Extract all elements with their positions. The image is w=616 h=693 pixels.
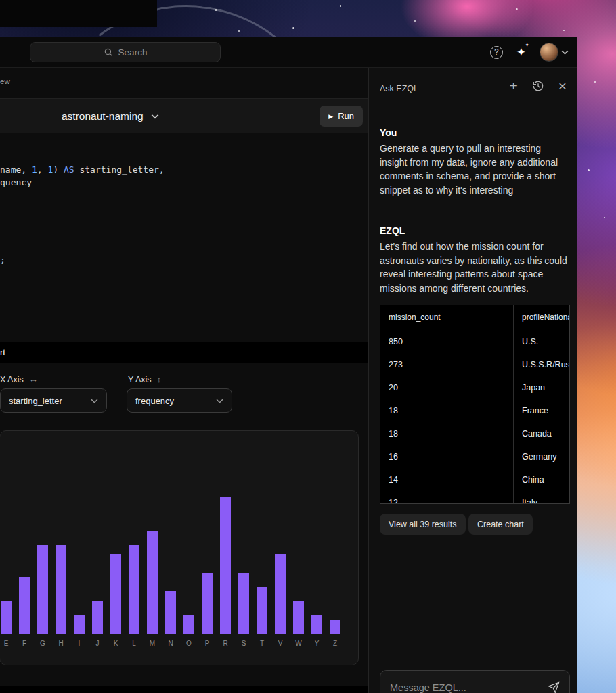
vertical-arrows-icon: ↕ — [157, 374, 162, 384]
chart-x-label: T — [257, 640, 267, 647]
chart-bar — [257, 587, 267, 634]
navbar-actions: ? ✦ ✦ — [490, 37, 569, 68]
help-button[interactable]: ? — [490, 46, 503, 59]
sql-editor[interactable]: name, 1, 1) AS starting_letter,quency ; — [0, 133, 368, 342]
code-line: quency — [0, 176, 368, 189]
y-axis-dropdown[interactable]: frequency — [127, 388, 232, 413]
chart-bar — [110, 554, 121, 634]
table-cell: Japan — [513, 376, 569, 399]
chart-bar — [129, 545, 139, 634]
table-cell: 273 — [380, 353, 513, 376]
table-cell: 16 — [380, 445, 513, 468]
chart-x-label: F — [19, 640, 30, 647]
chart-x-label: R — [220, 640, 231, 647]
chart-bar — [92, 601, 103, 634]
chart-x-label: Y — [311, 640, 322, 647]
user-message-text: Generate a query to pull an interesting … — [380, 141, 570, 197]
table-cell: 18 — [380, 399, 513, 422]
chart-bar — [147, 531, 158, 634]
chart-bar — [74, 615, 85, 634]
chart-bar — [202, 573, 213, 634]
panel-actions: + × — [509, 79, 567, 93]
chart-x-label: M — [147, 640, 158, 647]
code-line — [0, 189, 368, 202]
chart-x-label: V — [275, 640, 286, 647]
code-line — [0, 227, 368, 240]
chart-x-label: N — [165, 640, 176, 647]
chart-x-label: O — [183, 640, 194, 647]
play-icon: ▶ — [328, 113, 333, 120]
chart-x-label: Z — [330, 640, 340, 647]
chart-bar — [1, 601, 12, 634]
avatar[interactable] — [540, 43, 558, 62]
chevron-down-icon — [151, 114, 159, 119]
plus-icon: + — [509, 78, 517, 93]
message-input[interactable]: Message EZQL... — [380, 670, 570, 693]
run-button[interactable]: ▶ Run — [320, 106, 363, 127]
y-axis-label: Y Axis↕ — [128, 374, 161, 384]
table-row: 16Germany — [380, 445, 569, 468]
chevron-down-icon[interactable] — [561, 50, 569, 55]
history-button[interactable] — [532, 80, 544, 92]
chart-bar — [37, 545, 48, 634]
x-axis-dropdown[interactable]: starting_letter — [0, 388, 107, 413]
chart-bar — [220, 497, 231, 634]
table-cell: Germany — [513, 445, 569, 468]
bar-chart: EFGHIJKLMNOPRSTVWYZ — [0, 430, 359, 665]
query-results-table[interactable]: mission_countprofileNationality 850U.S.2… — [380, 305, 570, 504]
send-icon[interactable] — [548, 681, 560, 693]
search-input[interactable]: Search — [30, 42, 221, 62]
create-chart-button[interactable]: Create chart — [468, 514, 533, 535]
breadcrumb-fragment: ew — [0, 77, 10, 85]
chart-bar — [183, 615, 194, 634]
results-table-body: 850U.S.273U.S.S.R/Russia20Japan18France1… — [380, 330, 569, 504]
background-window-edge — [0, 0, 157, 27]
ask-ezql-panel: Ask EZQL + × You Generate a query to pul… — [368, 68, 577, 693]
table-cell: 18 — [380, 422, 513, 445]
table-cell: Canada — [513, 422, 569, 445]
search-placeholder: Search — [118, 47, 148, 58]
table-cell: 12 — [380, 491, 513, 504]
panel-title: Ask EZQL — [380, 84, 418, 93]
assistant-message-author: EZQL — [380, 225, 405, 236]
close-panel-button[interactable]: × — [558, 79, 567, 93]
table-row: 18France — [380, 399, 569, 422]
chart-bar — [19, 577, 30, 634]
chevron-down-icon — [91, 399, 98, 403]
code-line — [0, 240, 368, 253]
table-cell: U.S.S.R/Russia — [513, 353, 569, 376]
table-row: 20Japan — [380, 376, 569, 399]
new-chat-button[interactable]: + — [509, 79, 517, 93]
table-row: 14China — [380, 468, 569, 491]
results-table-header: mission_countprofileNationality — [380, 305, 569, 330]
chart-bar — [56, 545, 66, 634]
chart-bars — [1, 497, 340, 634]
view-all-results-button[interactable]: View all 39 results — [380, 514, 466, 535]
chart-x-label: G — [37, 640, 48, 647]
help-icon: ? — [494, 47, 499, 57]
chart-x-label: S — [238, 640, 249, 647]
query-file-selector[interactable]: astronaut-naming — [62, 99, 159, 134]
ai-sparkles-button[interactable]: ✦ ✦ — [516, 47, 526, 58]
account-menu[interactable] — [540, 43, 569, 62]
chevron-down-icon — [216, 399, 223, 403]
table-column-header: mission_count — [380, 305, 513, 330]
run-label: Run — [338, 111, 354, 121]
chart-x-label: W — [293, 640, 304, 647]
chart-x-labels: EFGHIJKLMNOPRSTVWYZ — [1, 640, 340, 647]
close-icon: × — [558, 78, 567, 93]
window-footer-bar — [0, 686, 369, 693]
chart-x-label: I — [74, 640, 85, 647]
chart-x-label: P — [202, 640, 213, 647]
chart-bar — [311, 615, 322, 634]
chart-x-label: L — [129, 640, 139, 647]
table-cell: 14 — [380, 468, 513, 491]
table-row: 850U.S. — [380, 330, 569, 353]
user-message-author: You — [380, 127, 397, 138]
table-row: 18Canada — [380, 422, 569, 445]
table-row: 12Italy — [380, 491, 569, 504]
chart-tab[interactable]: rt — [0, 342, 368, 363]
code-line — [0, 202, 368, 215]
search-icon — [104, 47, 113, 57]
code-line — [0, 215, 368, 227]
